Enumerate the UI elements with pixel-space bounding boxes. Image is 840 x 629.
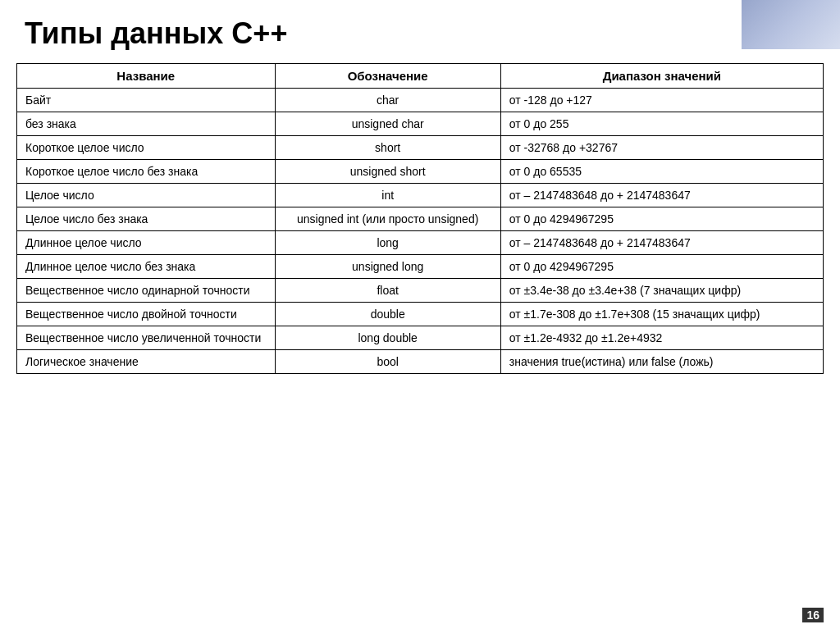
cell-name: Короткое целое число без знака: [17, 160, 276, 184]
table-row: без знакаunsigned charот 0 до 255: [17, 112, 824, 136]
table-row: Целое числоintот – 2147483648 до + 21474…: [17, 184, 824, 207]
table-row: Вещественное число увеличенной точностиl…: [17, 326, 824, 350]
cell-type: bool: [275, 350, 500, 374]
cell-name: Длинное целое число: [17, 231, 276, 255]
cell-name: Короткое целое число: [17, 136, 276, 160]
cell-type: unsigned char: [275, 112, 500, 136]
cell-type: double: [275, 303, 500, 326]
cell-range: значения true(истина) или false (ложь): [500, 350, 823, 374]
cell-range: от 0 до 65535: [500, 160, 823, 184]
cell-range: от 0 до 255: [500, 112, 823, 136]
page-title: Типы данных С++: [0, 0, 840, 63]
cell-range: от 0 до 4294967295: [500, 255, 823, 279]
cell-range: от -32768 до +32767: [500, 136, 823, 160]
table-row: Байтcharот -128 до +127: [17, 89, 824, 112]
table-row: Длинное целое число без знакаunsigned lo…: [17, 255, 824, 279]
table-row: Вещественное число одинарной точностиflo…: [17, 279, 824, 303]
cell-type: float: [275, 279, 500, 303]
table-container: Название Обозначение Диапазон значений Б…: [0, 63, 840, 374]
page-number: 16: [802, 608, 824, 622]
cell-range: от – 2147483648 до + 2147483647: [500, 184, 823, 207]
cell-range: от ±3.4е-38 до ±3.4е+38 (7 значащих цифр…: [500, 279, 823, 303]
data-types-table: Название Обозначение Диапазон значений Б…: [16, 63, 824, 374]
table-row: Логическое значениеboolзначения true(ист…: [17, 350, 824, 374]
cell-name: Длинное целое число без знака: [17, 255, 276, 279]
cell-range: от ±1.2е-4932 до ±1.2е+4932: [500, 326, 823, 350]
cell-type: long: [275, 231, 500, 255]
cell-type: unsigned short: [275, 160, 500, 184]
cell-range: от 0 до 4294967295: [500, 207, 823, 231]
cell-name: Целое число без знака: [17, 207, 276, 231]
cell-range: от -128 до +127: [500, 89, 823, 112]
header-decoration: [742, 0, 840, 49]
header-type: Обозначение: [275, 64, 500, 89]
table-row: Целое число без знакаunsigned int (или п…: [17, 207, 824, 231]
cell-type: int: [275, 184, 500, 207]
cell-range: от ±1.7е-308 до ±1.7е+308 (15 значащих ц…: [500, 303, 823, 326]
cell-name: Целое число: [17, 184, 276, 207]
table-header-row: Название Обозначение Диапазон значений: [17, 64, 824, 89]
cell-type: unsigned long: [275, 255, 500, 279]
cell-type: long double: [275, 326, 500, 350]
cell-type: unsigned int (или просто unsigned): [275, 207, 500, 231]
cell-name: Вещественное число увеличенной точности: [17, 326, 276, 350]
cell-type: short: [275, 136, 500, 160]
table-row: Вещественное число двойной точностиdoubl…: [17, 303, 824, 326]
header-name: Название: [17, 64, 276, 89]
header-range: Диапазон значений: [500, 64, 823, 89]
table-row: Короткое целое числоshortот -32768 до +3…: [17, 136, 824, 160]
cell-name: Вещественное число двойной точности: [17, 303, 276, 326]
table-row: Длинное целое числоlongот – 2147483648 д…: [17, 231, 824, 255]
cell-name: Логическое значение: [17, 350, 276, 374]
cell-name: без знака: [17, 112, 276, 136]
cell-name: Вещественное число одинарной точности: [17, 279, 276, 303]
cell-type: char: [275, 89, 500, 112]
cell-range: от – 2147483648 до + 2147483647: [500, 231, 823, 255]
table-row: Короткое целое число без знакаunsigned s…: [17, 160, 824, 184]
cell-name: Байт: [17, 89, 276, 112]
